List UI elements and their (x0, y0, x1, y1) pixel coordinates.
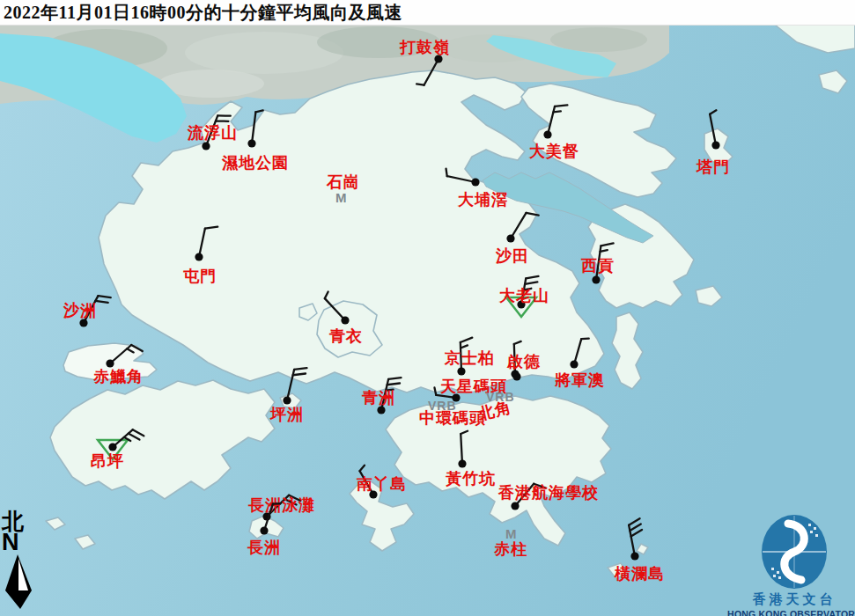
station-label-cheung-chau: 長洲 (247, 539, 281, 556)
map-title-bar: 2022年11月01日16時00分的十分鐘平均風向及風速 (0, 0, 855, 26)
station-dot-icon (512, 372, 520, 380)
station-dot-icon (511, 502, 519, 510)
station-dot-icon (377, 406, 385, 414)
wind-barb-tick (581, 339, 588, 340)
station-label-tates-cairn: 大老山 (498, 287, 549, 304)
station-label-tai-po-kau: 大埔滘 (457, 191, 508, 209)
station-shek-kong: 石崗 (326, 173, 360, 191)
station-dot-icon (711, 141, 719, 149)
station-dot-icon (457, 367, 465, 375)
weather-map-screen: 打鼓嶺流浮山濕地公園塔門石崗大埔滘大美督沙田西貢大老山屯門沙洲青衣赤鱲角坪洲昂坪… (0, 0, 855, 616)
station-dot-icon (195, 253, 203, 260)
station-dot-icon (471, 178, 479, 186)
station-label-chek-lap-kok: 赤鱲角 (92, 368, 144, 385)
station-label-tai-mei-tuk: 大美督 (528, 142, 579, 160)
station-label-wetland-park: 濕地公園 (221, 154, 289, 172)
station-label-lau-fau-shan: 流浮山 (187, 124, 238, 142)
station-label-lamma-island: 南丫島 (356, 475, 407, 493)
station-stanley: 赤柱 (493, 540, 527, 558)
station-label-sai-kung: 西貢 (580, 257, 615, 275)
station-dot-icon (79, 319, 87, 326)
station-label-cheung-chau-beach: 長洲泳灘 (247, 496, 315, 514)
wind-barb-tick (555, 105, 567, 106)
base-map: 打鼓嶺流浮山濕地公園塔門石崗大埔滘大美督沙田西貢大老山屯門沙洲青衣赤鱲角坪洲昂坪… (0, 0, 855, 616)
station-dot-icon (283, 396, 291, 404)
station-label-ngong-ping: 昂坪 (91, 452, 124, 470)
station-label-stanley: 赤柱 (493, 540, 527, 558)
station-dot-icon (247, 139, 255, 147)
station-dot-icon (341, 316, 349, 324)
hko-logo: 香港天文台 HONG KONG OBSERVATORY (733, 513, 855, 616)
station-label-green-island: 青洲 (361, 389, 395, 407)
map-annotation-m: M (335, 190, 347, 205)
station-dot-icon (202, 142, 210, 150)
station-label-hk-sea-school: 香港航海學校 (498, 484, 599, 502)
station-label-sha-tin: 沙田 (495, 247, 529, 265)
station-dot-icon (106, 359, 114, 367)
station-label-peng-chau: 坪洲 (269, 406, 304, 423)
map-annotation-vrb: VRB (428, 399, 457, 413)
station-dot-icon (630, 552, 638, 560)
hko-name-en: HONG KONG OBSERVATORY (727, 609, 855, 616)
station-dot-icon (506, 234, 514, 242)
map-title: 2022年11月01日16時00分的十分鐘平均風向及風速 (0, 1, 402, 25)
station-dot-icon (260, 526, 268, 534)
station-label-waglan-island: 橫瀾島 (614, 565, 665, 583)
station-label-wong-chuk-hang: 黃竹坑 (446, 470, 496, 488)
station-dot-icon (543, 130, 551, 138)
station-label-sha-chau: 沙洲 (63, 302, 97, 319)
station-dot-icon (592, 275, 600, 283)
wind-barb-tick (416, 84, 424, 84)
station-dot-icon (570, 360, 578, 368)
station-label-tsing-yi: 青衣 (328, 327, 363, 345)
north-arrow-icon (3, 554, 38, 609)
map-annotation-vrb: VRB (486, 390, 515, 404)
map-annotation-m: M (505, 526, 517, 541)
station-label-shek-kong: 石崗 (326, 173, 360, 191)
compass-north-en-label: N (2, 531, 19, 554)
hko-name-zh: 香港天文台 (753, 591, 837, 608)
wind-barb-tick (553, 111, 560, 112)
station-label-tseung-kwan-o: 將軍澳 (554, 371, 605, 389)
north-compass: 北 N (2, 510, 42, 609)
station-dot-icon (108, 443, 116, 451)
station-dot-icon (458, 459, 466, 467)
station-label-tap-mun: 塔門 (696, 158, 730, 176)
station-label-kings-park: 京士柏 (444, 349, 495, 367)
hko-logo-icon (759, 513, 829, 590)
wind-barb-tick (446, 169, 447, 176)
station-label-ta-kwu-ling: 打鼓嶺 (399, 39, 450, 56)
station-label-kai-tak: 啟德 (506, 353, 541, 370)
station-label-tuen-mun: 屯門 (183, 268, 217, 285)
